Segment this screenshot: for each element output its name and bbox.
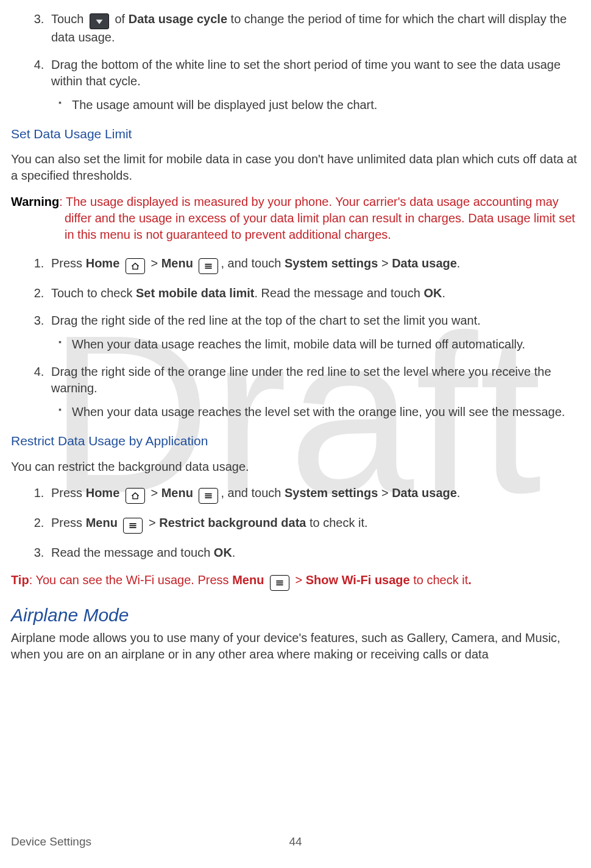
text-bold: Menu [232,573,264,587]
heading-set-data-usage-limit: Set Data Usage Limit [11,125,580,143]
text: When your data usage reaches the level s… [72,405,565,418]
text-bold: Menu [86,516,118,529]
text-bold: Data usage [392,486,457,499]
text: . [442,286,445,300]
document-content: Touch of Data usage cycle to change the … [11,11,580,663]
text-bold: Menu [161,486,193,499]
list-item: When your data usage reaches the level s… [72,404,580,420]
menu-icon [270,575,289,591]
page: Draft Touch of Data usage cycle to chang… [0,0,591,868]
paragraph: You can also set the limit for mobile da… [11,151,580,184]
restrict-ordered-list: Press Home > Menu , and touch System set… [11,485,580,561]
list-item: When your data usage reaches the limit, … [72,336,580,353]
text: , and touch [221,256,285,270]
text: . [232,546,236,559]
sub-list: When your data usage reaches the limit, … [51,336,580,353]
text: to check it [410,573,469,587]
text-bold: Menu [161,256,193,270]
text: > [150,486,161,499]
paragraph: You can restrict the background data usa… [11,459,580,475]
text: When your data usage reaches the limit, … [72,337,525,351]
text: Touch to check [51,286,136,300]
sub-list: When your data usage reaches the level s… [51,404,580,420]
list-item: Press Home > Menu , and touch System set… [48,485,580,504]
list-item: Touch of Data usage cycle to change the … [48,11,580,46]
text: : You can see the Wi-Fi usage. Press [29,573,233,587]
text: to check it. [306,516,367,529]
text-bold: Restrict background data [159,516,306,529]
list-item: Press Menu > Restrict background data to… [48,515,580,534]
text-bold: OK [214,546,232,559]
warning-block: Warning: The usage displayed is measured… [11,194,580,243]
text-bold: Home [86,486,120,499]
text: Drag the bottom of the white line to set… [51,58,561,88]
text: . [457,486,461,499]
text: Drag the right side of the orange line u… [51,365,551,395]
tip-label: Tip [11,573,29,587]
dropdown-icon [90,13,109,29]
text: Press [51,486,86,499]
footer-page-number: 44 [289,835,302,849]
sub-list: The usage amount will be displayed just … [51,97,580,113]
text-bold: . [468,573,472,587]
text: > [378,256,392,270]
svg-marker-0 [96,19,103,24]
list-item: Drag the bottom of the white line to set… [48,57,580,113]
text: . [457,256,461,270]
home-icon [126,488,145,504]
text: > [296,573,306,587]
warning-text-first: : The usage displayed is measured by you… [59,195,575,241]
list-item: Drag the right side of the orange line u… [48,364,580,420]
list-item: The usage amount will be displayed just … [72,97,580,113]
text: Press [51,516,86,529]
tip-block: Tip: You can see the Wi-Fi usage. Press … [11,572,580,591]
list-item: Drag the right side of the red line at t… [48,312,580,353]
menu-icon [199,488,218,504]
text: . Read the message and touch [254,286,423,300]
text: of [111,12,129,26]
heading-airplane-mode: Airplane Mode [11,603,580,628]
text-bold: Show Wi-Fi usage [306,573,410,587]
text: Press [51,256,86,270]
text-bold: System settings [285,486,378,499]
text: , and touch [221,486,285,499]
home-icon [126,258,145,274]
text-bold: Set mobile data limit [136,286,254,300]
warning-label: Warning [11,195,59,208]
text: Touch [51,12,87,26]
paragraph: Airplane mode allows you to use many of … [11,630,580,663]
text: Drag the right side of the red line at t… [51,314,481,327]
text-bold: System settings [285,256,378,270]
heading-restrict-data-usage: Restrict Data Usage by Application [11,432,580,450]
text: The usage amount will be displayed just … [72,98,377,111]
text: > [150,256,161,270]
list-item: Touch to check Set mobile data limit. Re… [48,285,580,302]
text-bold: Home [86,256,120,270]
list-item: Read the message and touch OK. [48,545,580,561]
text-bold: OK [423,286,442,300]
text: Read the message and touch [51,546,214,559]
intro-ordered-list: Touch of Data usage cycle to change the … [11,11,580,113]
text-bold: Data usage cycle [129,12,227,26]
text: > [378,486,392,499]
footer-section-name: Device Settings [11,835,91,848]
menu-icon [123,518,143,534]
text: > [149,516,159,529]
page-footer: Device Settings 44 [11,835,580,849]
list-item: Press Home > Menu , and touch System set… [48,255,580,274]
limit-ordered-list: Press Home > Menu , and touch System set… [11,255,580,420]
text-bold: Data usage [392,256,457,270]
menu-icon [199,258,218,274]
